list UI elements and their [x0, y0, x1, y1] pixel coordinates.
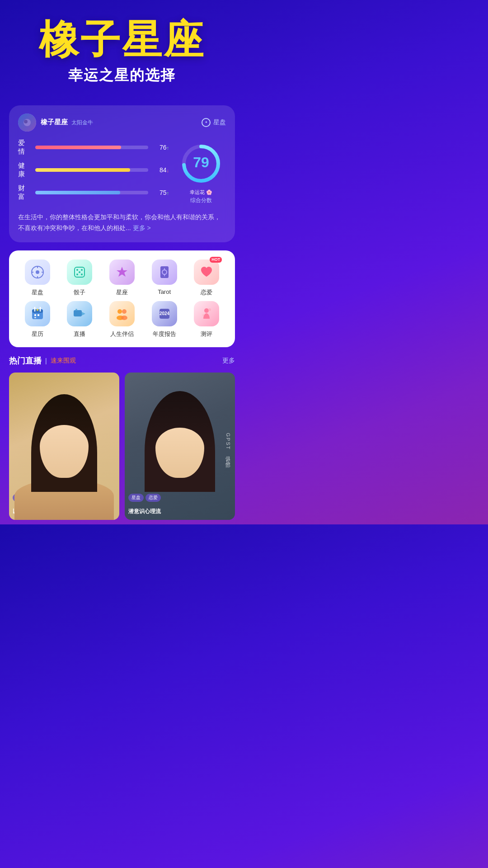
card-description: 在生活中，你的整体性格会更加平和与柔软，你会和他人有和谐的关系，不喜欢有冲突和争… — [18, 212, 226, 234]
menu-item-xingzuo[interactable]: 星座 — [101, 259, 143, 297]
lucky-label: 幸运花 🌸 — [190, 189, 212, 196]
menu-label-tarot: Tarot — [158, 288, 171, 295]
live-title: 热门直播 — [9, 355, 42, 366]
username: 橡子星座 — [41, 118, 68, 126]
score-row-love: 爱情 76↑ — [18, 139, 169, 156]
user-name-group: 橡子星座 太阳金牛 — [41, 118, 93, 127]
zhibo-icon — [67, 301, 92, 326]
hot-badge: HOT — [210, 257, 222, 263]
tarot-icon — [152, 259, 177, 285]
live-more-button[interactable]: 更多 — [222, 357, 235, 365]
hero-section: 橡子星座 幸运之星的选择 — [0, 0, 244, 94]
overall-label: 综合分数 — [190, 197, 212, 204]
live-card-2[interactable]: 星盘 恋爱 潜意识心理流 GPST 俱 乐 部 — [125, 373, 235, 519]
svg-point-40 — [202, 314, 204, 316]
overall-number: 79 — [193, 155, 209, 170]
app-subtitle: 幸运之星的选择 — [9, 66, 235, 85]
menu-label-ceping: 测评 — [201, 330, 212, 338]
svg-point-1 — [24, 120, 28, 123]
app-title: 橡子星座 — [9, 18, 235, 62]
menu-grid: 星盘 骰子 星座 — [16, 259, 228, 338]
card-header: 橡子星座 太阳金牛 星盘 — [18, 113, 226, 132]
scores-container: 爱情 76↑ 健康 84↓ 财富 75↑ — [18, 139, 226, 207]
baogao-icon: 2024 — [152, 301, 177, 326]
svg-rect-26 — [38, 314, 39, 316]
star-plate-label: 星盘 — [213, 118, 226, 127]
more-link[interactable]: 更多 > — [133, 224, 151, 231]
svg-point-33 — [122, 309, 127, 314]
svg-point-39 — [208, 308, 211, 311]
xingli-icon — [25, 301, 50, 326]
menu-item-zhibo[interactable]: 直播 — [59, 301, 101, 338]
menu-label-shazi: 骰子 — [74, 288, 85, 297]
svg-point-14 — [81, 274, 83, 275]
user-info: 橡子星座 太阳金牛 — [18, 113, 93, 132]
lian-icon: HOT — [194, 259, 219, 285]
live-card-1[interactable]: 恋爱 骰子 Tarot 以实话解析星盘 — [9, 373, 119, 519]
svg-point-15 — [79, 271, 80, 273]
live-subtitle[interactable]: 速来围观 — [51, 357, 76, 365]
user-score-card: 橡子星座 太阳金牛 星盘 爱情 76↑ 健康 84↓ — [9, 105, 235, 243]
svg-point-32 — [117, 309, 122, 314]
menu-section: 星盘 骰子 星座 — [9, 250, 235, 347]
svg-point-35 — [121, 316, 127, 320]
menu-item-tarot[interactable]: Tarot — [143, 259, 186, 297]
score-num-wealth: 75↑ — [153, 189, 169, 196]
svg-marker-16 — [117, 267, 127, 277]
menu-item-baogao[interactable]: 2024 年度报告 — [143, 301, 186, 338]
svg-text:2024: 2024 — [159, 311, 169, 316]
overall-score-circle: 79 幸运花 🌸 综合分数 — [176, 139, 226, 207]
circle-score: 79 — [178, 141, 224, 186]
xingpan-icon — [25, 259, 50, 285]
score-num-health: 84↓ — [153, 166, 169, 174]
menu-item-shazi[interactable]: 骰子 — [59, 259, 101, 297]
svg-rect-25 — [34, 314, 36, 316]
score-row-wealth: 财富 75↑ — [18, 184, 169, 201]
star-plate-button[interactable]: 星盘 — [202, 118, 226, 127]
score-label-love: 爱情 — [18, 139, 31, 156]
svg-point-13 — [76, 274, 78, 275]
svg-point-5 — [36, 270, 39, 274]
user-tag: 太阳金牛 — [71, 119, 93, 126]
live-side-text: GPST 俱 乐 部 — [225, 433, 231, 460]
circle-number-text: 79 — [193, 155, 209, 170]
score-row-health: 健康 84↓ — [18, 161, 169, 179]
score-bar-bg-love — [35, 146, 148, 149]
menu-item-xingli[interactable]: 星历 — [16, 301, 59, 338]
score-bar-fill-health — [35, 168, 130, 172]
menu-label-xingzuo: 星座 — [116, 288, 128, 297]
svg-marker-30 — [82, 312, 85, 316]
menu-label-xingli: 星历 — [32, 330, 43, 338]
svg-rect-29 — [74, 310, 82, 316]
svg-rect-17 — [160, 266, 169, 278]
menu-label-xingpan: 星盘 — [32, 288, 43, 297]
svg-point-38 — [204, 308, 209, 313]
menu-label-banlv: 人生伴侣 — [110, 330, 134, 338]
menu-item-banlv[interactable]: 人生伴侣 — [101, 301, 143, 338]
live-header: 热门直播 | 速来围观 更多 — [9, 355, 235, 366]
menu-item-xingpan[interactable]: 星盘 — [16, 259, 59, 297]
live-grid: 恋爱 骰子 Tarot 以实话解析星盘 星盘 — [9, 373, 235, 519]
score-bar-fill-love — [35, 146, 121, 149]
svg-point-11 — [76, 269, 78, 271]
live-section: 热门直播 | 速来围观 更多 恋爱 骰子 — [9, 355, 235, 524]
score-num-love: 76↑ — [153, 144, 169, 151]
score-bar-fill-wealth — [35, 191, 120, 194]
svg-point-31 — [75, 309, 77, 311]
menu-label-lian: 恋爱 — [201, 288, 212, 297]
score-label-health: 健康 — [18, 161, 31, 179]
menu-label-baogao: 年度报告 — [153, 330, 176, 338]
scores-list: 爱情 76↑ 健康 84↓ 财富 75↑ — [18, 139, 169, 207]
live-title-group: 热门直播 | 速来围观 — [9, 355, 76, 366]
avatar — [18, 113, 36, 132]
svg-rect-27 — [34, 317, 36, 318]
menu-item-lian[interactable]: HOT 恋爱 — [185, 259, 228, 297]
ceping-icon — [194, 301, 219, 326]
xingzuo-icon — [109, 259, 135, 285]
shazi-icon — [67, 259, 92, 285]
svg-point-12 — [81, 269, 83, 271]
menu-item-ceping[interactable]: 测评 — [185, 301, 228, 338]
menu-label-zhibo: 直播 — [74, 330, 85, 338]
score-bar-bg-wealth — [35, 191, 148, 194]
banlv-icon — [109, 301, 135, 326]
